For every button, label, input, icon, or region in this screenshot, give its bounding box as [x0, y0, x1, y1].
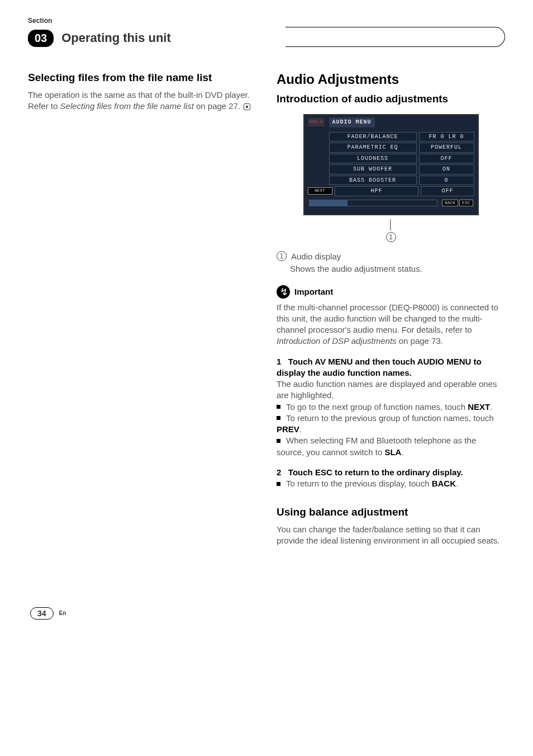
chapter-header: 03 Operating this unit: [28, 28, 505, 48]
menu-item-label: FADER/BALANCE: [329, 132, 417, 142]
intro-subheading: Introduction of audio adjustments: [277, 92, 505, 106]
important-icon: [277, 285, 290, 299]
text: on page 73.: [397, 336, 443, 346]
step-text: Touch AV MENU and then touch AUDIO MENU …: [277, 357, 482, 377]
header-arc-decoration: [285, 27, 505, 47]
step-number: 1: [277, 357, 281, 366]
callout: │ 1: [277, 219, 505, 242]
step-2-heading: 2 Touch ESC to return to the ordinary di…: [277, 467, 505, 478]
esc-button: ESC: [459, 200, 473, 207]
reference-italic: Introduction of DSP adjustments: [277, 336, 397, 346]
menu-item-label: PARAMETRIC EQ: [329, 143, 417, 153]
bullet-icon: [277, 405, 280, 409]
page-language: En: [59, 610, 66, 616]
next-button: NEXT: [308, 187, 332, 195]
menu-item-value: POWERFUL: [419, 143, 474, 153]
left-paragraph-1: The operation is the same as that of the…: [28, 89, 256, 101]
bullet-icon: [277, 416, 280, 420]
text: .: [490, 402, 492, 412]
menu-item-label: HPF: [335, 186, 419, 196]
audio-adjustments-heading: Audio Adjustments: [277, 70, 505, 88]
bullet-icon: [277, 482, 280, 486]
menu-item-value: 0: [419, 176, 474, 186]
bold-term: SLA: [384, 447, 401, 457]
step-number: 2: [277, 467, 281, 477]
audio-menu-screenshot: DVD-V AUDIO MENU FADER/BALANCE FR 0 LR 0…: [303, 114, 479, 215]
reference-italic: Selecting files from the file name list: [60, 101, 194, 111]
step-1-bullet-2: To return to the previous group of funct…: [277, 413, 505, 436]
progress-bar: [309, 200, 437, 206]
back-button: BACK: [442, 200, 458, 207]
bold-term: PREV: [277, 424, 299, 434]
text: on page 27.: [194, 101, 240, 111]
menu-item-value: OFF: [419, 154, 474, 164]
important-label: Important: [294, 286, 333, 297]
text: .: [456, 479, 458, 488]
menu-item-value: ON: [419, 164, 474, 174]
item-description: Shows the audio adjustment status.: [290, 263, 505, 275]
text: .: [401, 447, 403, 457]
step-1-paragraph: The audio function names are displayed a…: [277, 379, 505, 401]
step-1-bullet-1: To go to the next group of function name…: [277, 401, 505, 413]
text: If the multi-channel processor (DEQ-P800…: [277, 303, 498, 335]
step-1-bullet-3: When selecting FM and Bluetooth telephon…: [277, 435, 505, 458]
text: Refer to: [28, 101, 60, 111]
menu-item-label: SUB WOOFER: [329, 164, 417, 174]
menu-item-value: OFF: [421, 186, 474, 196]
end-section-icon: [244, 103, 250, 110]
left-paragraph-2: Refer to Selecting files from the file n…: [28, 101, 256, 112]
step-2-bullet-1: To return to the previous display, touch…: [277, 478, 505, 489]
page-number: 34: [30, 607, 54, 620]
menu-item-label: LOUDNESS: [329, 154, 417, 164]
page-footer: 34 En: [30, 607, 66, 620]
chapter-title: Operating this unit: [61, 31, 280, 45]
step-1-heading: 1 Touch AV MENU and then touch AUDIO MEN…: [277, 356, 505, 379]
right-column: Audio Adjustments Introduction of audio …: [277, 70, 505, 547]
bold-term: BACK: [432, 479, 456, 488]
text: To return to the previous group of funct…: [286, 413, 494, 423]
text: To return to the previous display, touch: [286, 479, 432, 488]
text: .: [299, 424, 302, 434]
chapter-number-badge: 03: [28, 30, 54, 47]
menu-item-label: BASS BOOSTER: [329, 176, 417, 186]
callout-number-icon: 1: [386, 232, 396, 242]
text: When selecting FM and Bluetooth telephon…: [277, 436, 476, 456]
step-text: Touch ESC to return to the ordinary disp…: [288, 467, 463, 477]
menu-item-value: FR 0 LR 0: [419, 132, 474, 142]
balance-paragraph: You can change the fader/balance setting…: [277, 524, 505, 547]
important-text: If the multi-channel processor (DEQ-P800…: [277, 302, 505, 347]
list-number-icon: 1: [277, 251, 287, 261]
bullet-icon: [277, 439, 280, 443]
source-icon: DVD-V: [308, 118, 325, 126]
text: To go to the next group of function name…: [286, 402, 468, 412]
balance-heading: Using balance adjustment: [277, 505, 505, 519]
left-heading: Selecting files from the file name list: [28, 70, 256, 85]
left-column: Selecting files from the file name list …: [28, 70, 256, 547]
bold-term: NEXT: [468, 402, 490, 412]
item-label: Audio display: [291, 251, 341, 262]
section-label: Section: [28, 17, 505, 25]
screenshot-title: AUDIO MENU: [329, 117, 375, 127]
